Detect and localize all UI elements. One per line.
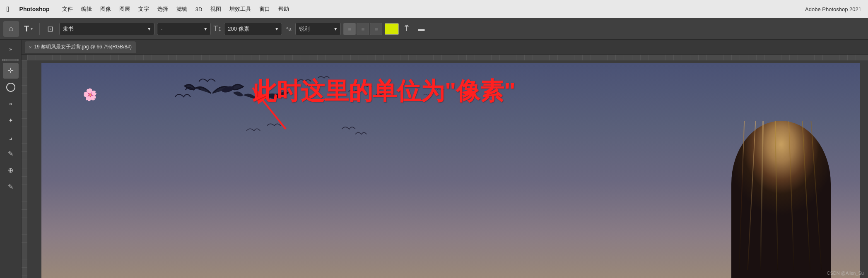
warp-text-button[interactable]: T⃗: [401, 23, 412, 34]
eyedropper-button[interactable]: ✎: [3, 146, 19, 161]
crop-tool-button[interactable]: ⌟: [3, 129, 19, 145]
font-style-select[interactable]: -: [157, 23, 211, 35]
move-tool-button[interactable]: ✛: [3, 63, 19, 79]
menu-plugins[interactable]: 增效工具: [229, 5, 251, 13]
document-tab[interactable]: × 19 黎明风景女子后背.jpg @ 66.7%(RGB/8#): [25, 41, 136, 53]
font-family-select[interactable]: 隶书: [59, 23, 154, 35]
menu-edit[interactable]: 编辑: [81, 5, 92, 13]
canvas-image: 🌸: [41, 63, 860, 278]
menu-select[interactable]: 选择: [157, 5, 168, 13]
menu-file[interactable]: 文件: [62, 5, 73, 13]
align-left-icon: ≡: [348, 26, 351, 32]
menu-view[interactable]: 视图: [210, 5, 221, 13]
heal-icon: ⊕: [8, 166, 13, 174]
ellipse-select-button[interactable]: [3, 79, 19, 95]
app-title: Adobe Photoshop 2021: [805, 6, 861, 12]
app-name: Photoshop: [19, 6, 50, 12]
girl-silhouette: [715, 121, 847, 278]
double-arrow-icon: »: [9, 46, 12, 52]
font-style-value: -: [161, 26, 162, 32]
text-color-swatch[interactable]: [385, 23, 399, 35]
warp-text-icon: T⃗: [405, 25, 409, 32]
lasso-tool-button[interactable]: ⚬: [3, 96, 19, 112]
ruler-top: [27, 55, 868, 60]
home-button[interactable]: ⌂: [3, 21, 19, 37]
font-family-dropdown-icon: [148, 26, 151, 32]
paragraph-icon: ▬: [418, 25, 424, 32]
font-size-icon: T↕: [213, 24, 222, 33]
quick-select-button[interactable]: ✦: [3, 113, 19, 128]
lasso-tool-icon: ⚬: [8, 100, 13, 108]
canvas-viewport: 🌸: [22, 55, 868, 278]
ruler-left: [22, 60, 27, 278]
home-icon: ⌂: [9, 24, 14, 33]
align-right-icon: ≡: [374, 26, 378, 32]
paragraph-button[interactable]: ▬: [415, 24, 428, 34]
quick-select-icon: ✦: [8, 117, 13, 124]
antialias-value: 锐利: [299, 25, 310, 33]
heal-button[interactable]: ⊕: [3, 162, 19, 178]
eyedropper-icon: ✎: [8, 150, 13, 158]
align-center-button[interactable]: ≡: [357, 23, 369, 35]
watermark: CSDN @Allen_Su: [827, 271, 864, 276]
apple-logo-icon: : [7, 5, 10, 14]
align-right-button[interactable]: ≡: [370, 23, 382, 35]
document-tab-bar: × 19 黎明风景女子后背.jpg @ 66.7%(RGB/8#): [22, 40, 868, 55]
menu-window[interactable]: 窗口: [259, 5, 270, 13]
canvas-area: × 19 黎明风景女子后背.jpg @ 66.7%(RGB/8#) 🌸: [22, 40, 868, 278]
photo-scene: 🌸: [41, 63, 860, 278]
antialias-dropdown-icon: [334, 26, 337, 32]
document-tab-label: 19 黎明风景女子后背.jpg @ 66.7%(RGB/8#): [34, 43, 132, 50]
font-size-input[interactable]: 200 像素: [224, 23, 282, 35]
brush-button[interactable]: ✎: [3, 179, 19, 194]
menu-text[interactable]: 文字: [138, 5, 149, 13]
font-family-value: 隶书: [63, 25, 74, 33]
menubar:  Photoshop 文件 编辑 图像 图层 文字 选择 滤镜 3D 视图 增…: [0, 0, 868, 18]
text-tool-button[interactable]: T: [22, 22, 35, 35]
align-center-icon: ≡: [361, 26, 364, 32]
options-bar: ⌂ T ⊡ 隶书 - T↕ 200 像素 ᵃa 锐利 ≡ ≡ ≡: [0, 18, 868, 40]
transform-button[interactable]: ⊡: [44, 23, 57, 35]
antialias-select[interactable]: 锐利: [295, 23, 341, 35]
font-style-dropdown-icon: [204, 26, 207, 32]
text-tool-dropdown-icon: [31, 26, 33, 31]
tools-panel: » ✛ ⚬ ✦ ⌟ ✎ ⊕ ✎: [0, 40, 22, 278]
font-size-dropdown-icon: [275, 26, 278, 32]
menu-image[interactable]: 图像: [100, 5, 111, 13]
move-tool-icon: ✛: [7, 66, 14, 75]
align-group: ≡ ≡ ≡: [343, 23, 382, 35]
ellipse-select-icon: [6, 83, 15, 92]
menu-layer[interactable]: 图层: [119, 5, 130, 13]
double-arrow-button[interactable]: »: [3, 41, 19, 57]
antialias-label: ᵃa: [285, 24, 293, 34]
menu-filter[interactable]: 滤镜: [176, 5, 187, 13]
align-left-button[interactable]: ≡: [343, 23, 356, 35]
ruler-strip: [2, 59, 19, 61]
brush-icon: ✎: [8, 183, 13, 191]
separator-1: [39, 23, 40, 35]
menu-3d[interactable]: 3D: [195, 6, 203, 12]
menu-help[interactable]: 帮助: [278, 5, 289, 13]
text-tool-icon: T: [24, 24, 29, 34]
font-size-value: 200 像素: [228, 25, 249, 33]
transform-icon: ⊡: [47, 25, 53, 33]
doc-area: » ✛ ⚬ ✦ ⌟ ✎ ⊕ ✎ ×: [0, 40, 868, 278]
crop-tool-icon: ⌟: [9, 133, 12, 141]
close-tab-button[interactable]: ×: [29, 45, 31, 50]
